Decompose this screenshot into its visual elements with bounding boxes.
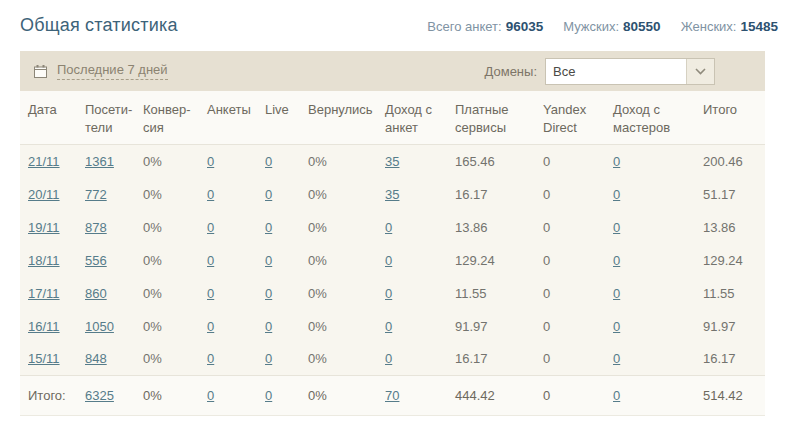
cell-conversion: 0% bbox=[143, 286, 162, 301]
col-header-date: Дата bbox=[20, 91, 77, 145]
cell-income-masters-link[interactable]: 0 bbox=[613, 154, 620, 169]
cell-yandex-direct: 0 bbox=[543, 253, 550, 268]
filter-bar: Последние 7 дней Домены: Все bbox=[20, 51, 765, 91]
cell-live-link[interactable]: 0 bbox=[265, 154, 272, 169]
cell-live-link[interactable]: 0 bbox=[265, 319, 272, 334]
cell-income-profiles-link[interactable]: 0 bbox=[385, 253, 392, 268]
cell-visitors-link[interactable]: 860 bbox=[85, 286, 107, 301]
cell-date-link[interactable]: 17/11 bbox=[28, 286, 60, 301]
cell-conversion: 0% bbox=[143, 187, 162, 202]
table-row: 21/1113610%000%35165.4600200.46 bbox=[20, 145, 765, 178]
cell-visitors-link[interactable]: 848 bbox=[85, 351, 107, 366]
cell-income-masters-link[interactable]: 0 bbox=[613, 220, 620, 235]
cell-total: 11.55 bbox=[703, 286, 735, 301]
cell-date-link[interactable]: 18/11 bbox=[28, 253, 60, 268]
cell-visitors-link[interactable]: 878 bbox=[85, 220, 107, 235]
cell-income-profiles-link[interactable]: 0 bbox=[385, 220, 392, 235]
cell-live-link[interactable]: 0 bbox=[265, 220, 272, 235]
domains-select-value: Все bbox=[546, 64, 575, 79]
calendar-icon[interactable] bbox=[33, 64, 48, 79]
cell-paid-services: 13.86 bbox=[455, 220, 488, 235]
domains-filter: Домены: Все bbox=[485, 58, 715, 85]
cell-visitors-link[interactable]: 556 bbox=[85, 253, 107, 268]
cell-date-link[interactable]: 21/11 bbox=[28, 154, 60, 169]
cell-profiles-link[interactable]: 0 bbox=[207, 319, 214, 334]
summary-stats: Всего анкет:96035Мужских:80550Женских:15… bbox=[427, 19, 778, 34]
cell-returned: 0% bbox=[308, 286, 327, 301]
table-row: 20/117720%000%3516.170051.17 bbox=[20, 178, 765, 211]
cell-profiles-link[interactable]: 0 bbox=[207, 351, 214, 366]
cell-profiles-link[interactable]: 0 bbox=[207, 187, 214, 202]
cell-total: 129.24 bbox=[703, 253, 743, 268]
cell-live-link[interactable]: 0 bbox=[265, 388, 272, 403]
cell-income-masters-link[interactable]: 0 bbox=[613, 351, 620, 366]
cell-profiles-link[interactable]: 0 bbox=[207, 253, 214, 268]
cell-yandex-direct: 0 bbox=[543, 351, 550, 366]
cell-returned: 0% bbox=[308, 351, 327, 366]
cell-returned: 0% bbox=[308, 319, 327, 334]
statistics-table: ДатаПосети-телиКонвер-сияАнкетыLiveВерну… bbox=[20, 91, 765, 416]
cell-total: 514.42 bbox=[703, 388, 743, 403]
cell-income-masters-link[interactable]: 0 bbox=[613, 187, 620, 202]
table-row: 18/115560%000%0129.2400129.24 bbox=[20, 244, 765, 277]
cell-income-profiles-link[interactable]: 0 bbox=[385, 351, 392, 366]
cell-conversion: 0% bbox=[143, 154, 162, 169]
col-header-income-profiles: Доход с анкет bbox=[377, 91, 447, 145]
cell-paid-services: 16.17 bbox=[455, 187, 488, 202]
top-bar: Общая статистика Всего анкет:96035Мужски… bbox=[0, 0, 800, 36]
table-row: 17/118600%000%011.550011.55 bbox=[20, 277, 765, 310]
cell-profiles-link[interactable]: 0 bbox=[207, 286, 214, 301]
cell-live-link[interactable]: 0 bbox=[265, 286, 272, 301]
cell-profiles-link[interactable]: 0 bbox=[207, 154, 214, 169]
cell-date-link[interactable]: 15/11 bbox=[28, 351, 60, 366]
period-link[interactable]: Последние 7 дней bbox=[57, 62, 168, 80]
cell-visitors-link[interactable]: 772 bbox=[85, 187, 107, 202]
domains-select[interactable]: Все bbox=[545, 58, 715, 85]
col-header-profiles: Анкеты bbox=[199, 91, 257, 145]
cell-paid-services: 444.42 bbox=[455, 388, 495, 403]
cell-live-link[interactable]: 0 bbox=[265, 253, 272, 268]
cell-visitors-link[interactable]: 1361 bbox=[85, 154, 114, 169]
cell-live-link[interactable]: 0 bbox=[265, 187, 272, 202]
cell-date-link[interactable]: 19/11 bbox=[28, 220, 60, 235]
cell-income-profiles-link[interactable]: 70 bbox=[385, 388, 399, 403]
cell-total: 91.97 bbox=[703, 319, 736, 334]
col-header-total: Итого bbox=[695, 91, 765, 145]
cell-total: 16.17 bbox=[703, 351, 736, 366]
domains-label: Домены: bbox=[485, 64, 537, 79]
cell-profiles-link[interactable]: 0 bbox=[207, 220, 214, 235]
table-row: 15/118480%000%016.170016.17 bbox=[20, 343, 765, 376]
cell-date-link[interactable]: 16/11 bbox=[28, 319, 60, 334]
cell-returned: 0% bbox=[308, 220, 327, 235]
cell-income-profiles-link[interactable]: 0 bbox=[385, 319, 392, 334]
cell-income-masters-link[interactable]: 0 bbox=[613, 253, 620, 268]
cell-conversion: 0% bbox=[143, 220, 162, 235]
col-header-yandex-direct: Yandex Direct bbox=[535, 91, 605, 145]
cell-live-link[interactable]: 0 bbox=[265, 351, 272, 366]
col-header-live: Live bbox=[257, 91, 300, 145]
cell-income-profiles-link[interactable]: 0 bbox=[385, 286, 392, 301]
cell-conversion: 0% bbox=[143, 388, 162, 403]
cell-returned: 0% bbox=[308, 253, 327, 268]
cell-visitors-link[interactable]: 1050 bbox=[85, 319, 114, 334]
statistics-panel: Последние 7 дней Домены: Все ДатаПосети-… bbox=[20, 51, 765, 416]
cell-income-profiles-link[interactable]: 35 bbox=[385, 154, 399, 169]
cell-returned: 0% bbox=[308, 388, 327, 403]
cell-income-masters-link[interactable]: 0 bbox=[613, 286, 620, 301]
col-header-visitors: Посети-тели bbox=[77, 91, 135, 145]
cell-yandex-direct: 0 bbox=[543, 187, 550, 202]
cell-returned: 0% bbox=[308, 187, 327, 202]
cell-returned: 0% bbox=[308, 154, 327, 169]
cell-profiles-link[interactable]: 0 bbox=[207, 388, 214, 403]
cell-income-profiles-link[interactable]: 35 bbox=[385, 187, 399, 202]
cell-date: Итого: bbox=[28, 388, 66, 403]
cell-income-masters-link[interactable]: 0 bbox=[613, 388, 620, 403]
period-picker: Последние 7 дней bbox=[33, 62, 168, 80]
cell-visitors-link[interactable]: 6325 bbox=[85, 388, 114, 403]
cell-income-masters-link[interactable]: 0 bbox=[613, 319, 620, 334]
table-header-row: ДатаПосети-телиКонвер-сияАнкетыLiveВерну… bbox=[20, 91, 765, 145]
cell-paid-services: 11.55 bbox=[455, 286, 487, 301]
chevron-down-icon bbox=[686, 59, 714, 84]
totals-row: Итого:63250%000%70444.4200514.42 bbox=[20, 376, 765, 416]
cell-date-link[interactable]: 20/11 bbox=[28, 187, 60, 202]
